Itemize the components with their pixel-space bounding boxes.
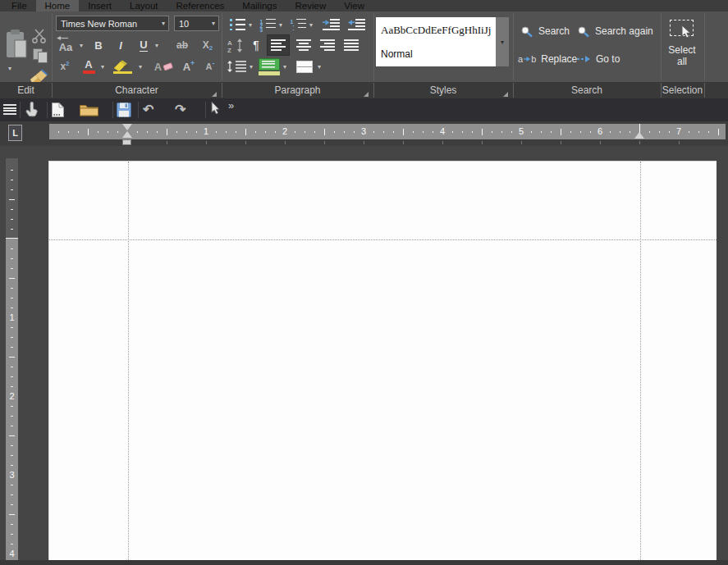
strikethrough-button[interactable]: ab: [171, 36, 194, 54]
paragraph-shading-button[interactable]: [258, 56, 281, 77]
highlight-dropdown-icon[interactable]: ▾: [139, 64, 142, 71]
ruler-tick: [433, 131, 433, 133]
borders-dropdown-icon[interactable]: ▾: [318, 64, 321, 71]
replace-icon: a: [518, 54, 523, 64]
character-dialog-launcher[interactable]: [212, 92, 217, 97]
toolbar-divider: [47, 102, 48, 118]
left-margin-marker[interactable]: [122, 139, 131, 145]
menu-tab-review[interactable]: Review: [286, 0, 336, 11]
line-spacing-dropdown-icon[interactable]: ▾: [250, 64, 253, 71]
ruler-tick: [11, 455, 13, 456]
folder-icon: [80, 103, 98, 116]
outline-list-button[interactable]: 1 · ·: [289, 16, 307, 33]
new-document-button[interactable]: [52, 103, 64, 117]
goto-button[interactable]: Go to: [577, 52, 620, 66]
superscript-button[interactable]: x 2: [54, 57, 76, 75]
highlight-button[interactable]: ab: [112, 57, 136, 75]
increase-indent-button[interactable]: [320, 16, 341, 33]
numbered-list-button[interactable]: 1 2 3: [259, 16, 277, 33]
clear-formatting-button[interactable]: A: [153, 57, 176, 75]
select-all-button[interactable]: Select all: [663, 18, 701, 79]
more-tools-button[interactable]: »: [228, 99, 234, 112]
styles-dropdown[interactable]: ▾: [496, 17, 509, 66]
ruler-tick: [167, 129, 167, 135]
object-mode-button[interactable]: [211, 102, 221, 116]
show-formatting-button[interactable]: ¶: [249, 36, 263, 54]
touch-mode-button[interactable]: [24, 102, 39, 117]
paste-button[interactable]: [3, 26, 30, 61]
decrease-indent-button[interactable]: [346, 16, 367, 33]
horizontal-ruler[interactable]: 1234567: [49, 124, 726, 139]
menu-tab-home[interactable]: Home: [36, 0, 80, 11]
font-color-button[interactable]: A: [79, 57, 98, 75]
borders-icon: [296, 61, 313, 73]
grow-font-button[interactable]: A +: [179, 57, 199, 75]
replace-button[interactable]: a b Replace: [518, 52, 577, 66]
paragraph-dialog-launcher[interactable]: [364, 92, 369, 97]
line-spacing-button[interactable]: [225, 57, 248, 75]
bullet-list-dropdown-icon[interactable]: ▾: [249, 22, 252, 29]
redo-button[interactable]: ↷: [175, 102, 185, 117]
font-color-dropdown-icon[interactable]: ▾: [101, 64, 104, 71]
copy-icon: [33, 48, 48, 64]
search-button[interactable]: Search: [520, 24, 570, 39]
toolbar-divider: [112, 102, 113, 118]
menu-tab-layout[interactable]: Layout: [121, 0, 167, 11]
ruler-row: L 1234567: [0, 121, 728, 146]
ruler-tick: [11, 544, 13, 544]
shrink-font-minus-icon: -: [212, 59, 214, 67]
save-button[interactable]: [117, 103, 131, 117]
bottom-edge-strip: [0, 560, 728, 565]
menu-bar: File Home Insert Layout References Maili…: [0, 0, 728, 11]
align-center-button[interactable]: [293, 36, 314, 54]
subscript-button[interactable]: X 2: [197, 36, 218, 54]
bold-button[interactable]: B: [90, 36, 107, 54]
line-spacing-icon: [227, 61, 246, 72]
menu-tab-file[interactable]: File: [2, 0, 36, 11]
menu-tab-view[interactable]: View: [335, 0, 373, 11]
copy-button[interactable]: [30, 48, 50, 64]
font-size-select[interactable]: 10 ▾: [174, 16, 219, 31]
undo-button[interactable]: ↶: [143, 102, 153, 117]
open-document-button[interactable]: [80, 103, 98, 116]
menu-tab-insert[interactable]: Insert: [79, 0, 121, 11]
group-divider: [373, 13, 374, 80]
right-indent-marker[interactable]: [634, 132, 644, 139]
styles-dialog-launcher[interactable]: [503, 92, 508, 97]
ruler-tick: [216, 131, 217, 133]
tab-type-selector[interactable]: L: [8, 125, 22, 141]
change-case-dropdown-icon[interactable]: ▾: [80, 43, 83, 49]
italic-button[interactable]: I: [113, 36, 128, 54]
shading-dropdown-icon[interactable]: ▾: [283, 64, 286, 71]
cut-button[interactable]: [30, 28, 50, 44]
eraser-icon: [163, 62, 174, 71]
document-page[interactable]: [48, 161, 717, 560]
justify-button[interactable]: [341, 36, 362, 54]
group-divider: [52, 13, 53, 80]
borders-button[interactable]: [294, 57, 315, 75]
align-left-button[interactable]: [267, 34, 290, 56]
numbered-list-dropdown-icon[interactable]: ▾: [279, 22, 282, 29]
menu-tab-references[interactable]: References: [167, 0, 234, 11]
subscript-label: X: [203, 39, 209, 51]
bullet-list-button[interactable]: [228, 16, 246, 33]
main-menu-button[interactable]: [3, 104, 16, 115]
menu-tab-mailings[interactable]: Mailings: [233, 0, 286, 11]
sort-button[interactable]: AZ: [225, 36, 246, 54]
outline-list-dropdown-icon[interactable]: ▾: [309, 22, 313, 29]
search-again-button[interactable]: Search again: [577, 24, 653, 39]
shrink-font-button[interactable]: A -: [200, 57, 220, 75]
paste-dropdown-icon[interactable]: ▾: [8, 66, 11, 72]
align-right-button[interactable]: [317, 36, 338, 54]
style-preview-box[interactable]: AaBbCcDdEeFfGgHhIiJj Normal: [376, 17, 496, 66]
font-name-select[interactable]: Times New Roman ▾: [56, 16, 169, 31]
goto-arrow-icon: [577, 55, 591, 63]
chevron-down-icon: ▾: [501, 39, 504, 46]
vertical-ruler[interactable]: 1234: [6, 158, 18, 560]
change-case-button[interactable]: Aa: [54, 36, 77, 54]
underline-dropdown-icon[interactable]: ▾: [155, 43, 158, 49]
left-indent-marker[interactable]: [122, 131, 132, 138]
underline-button[interactable]: U: [135, 36, 153, 54]
highlighter-icon: ab: [113, 59, 135, 74]
first-line-indent-marker[interactable]: [122, 124, 132, 130]
